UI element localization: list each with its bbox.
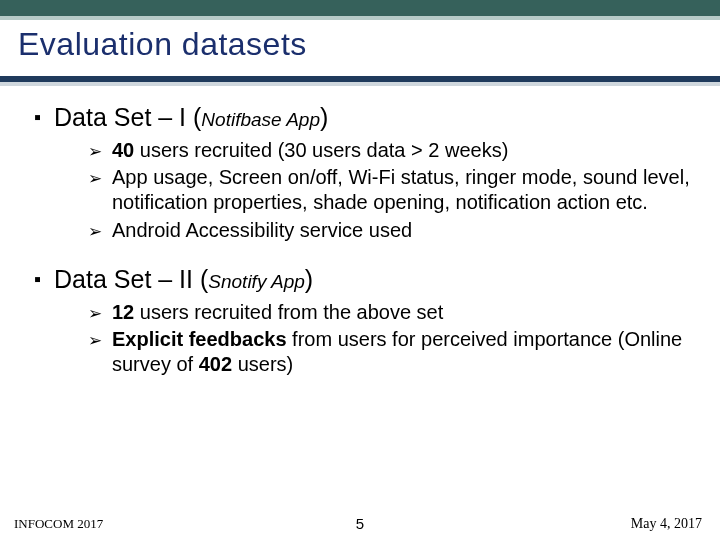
- list-item: 40 users recruited (30 users data > 2 we…: [88, 138, 692, 163]
- dataset-2-heading: ▪ Data Set – II (Snotify App): [52, 265, 692, 294]
- list-item: App usage, Screen on/off, Wi-Fi status, …: [88, 165, 692, 215]
- top-stripe-light: [0, 16, 720, 20]
- dataset-1-heading: ▪ Data Set – I (Notifbase App): [52, 103, 692, 132]
- ds1-heading-suffix: ): [320, 103, 328, 131]
- ds1-app-name: Notifbase App: [201, 109, 320, 130]
- list-item: 12 users recruited from the above set: [88, 300, 692, 325]
- content-area: ▪ Data Set – I (Notifbase App) 40 users …: [52, 103, 692, 397]
- dataset-2-list: 12 users recruited from the above set Ex…: [88, 300, 692, 378]
- footer-conference: INFOCOM 2017: [14, 516, 103, 532]
- top-stripe-dark: [0, 0, 720, 16]
- footer-page-number: 5: [356, 515, 364, 532]
- ds1-b1-rest: users recruited (30 users data > 2 weeks…: [134, 139, 508, 161]
- ds1-b1-bold: 40: [112, 139, 134, 161]
- footer-date: May 4, 2017: [631, 516, 702, 532]
- footer: INFOCOM 2017 5 May 4, 2017: [0, 506, 720, 532]
- slide-title: Evaluation datasets: [18, 26, 307, 63]
- list-item: Android Accessibility service used: [88, 218, 692, 243]
- ds2-heading-prefix: Data Set – II (: [54, 265, 208, 293]
- list-item: Explicit feedbacks from users for percei…: [88, 327, 692, 377]
- ds2-b1-bold: 12: [112, 301, 134, 323]
- ds2-b2-end: users): [232, 353, 293, 375]
- ds2-b2-bold: Explicit feedbacks: [112, 328, 287, 350]
- ds2-app-name: Snotify App: [208, 271, 304, 292]
- title-rule-light: [0, 82, 720, 86]
- slide: Evaluation datasets ▪ Data Set – I (Noti…: [0, 0, 720, 540]
- ds1-b2: App usage, Screen on/off, Wi-Fi status, …: [112, 166, 690, 213]
- square-bullet-icon: ▪: [34, 268, 41, 291]
- ds2-b2-n: 402: [199, 353, 232, 375]
- ds2-b1-rest: users recruited from the above set: [134, 301, 443, 323]
- ds1-heading-prefix: Data Set – I (: [54, 103, 201, 131]
- ds2-heading-suffix: ): [305, 265, 313, 293]
- dataset-1-list: 40 users recruited (30 users data > 2 we…: [88, 138, 692, 243]
- square-bullet-icon: ▪: [34, 106, 41, 129]
- ds1-b3: Android Accessibility service used: [112, 219, 412, 241]
